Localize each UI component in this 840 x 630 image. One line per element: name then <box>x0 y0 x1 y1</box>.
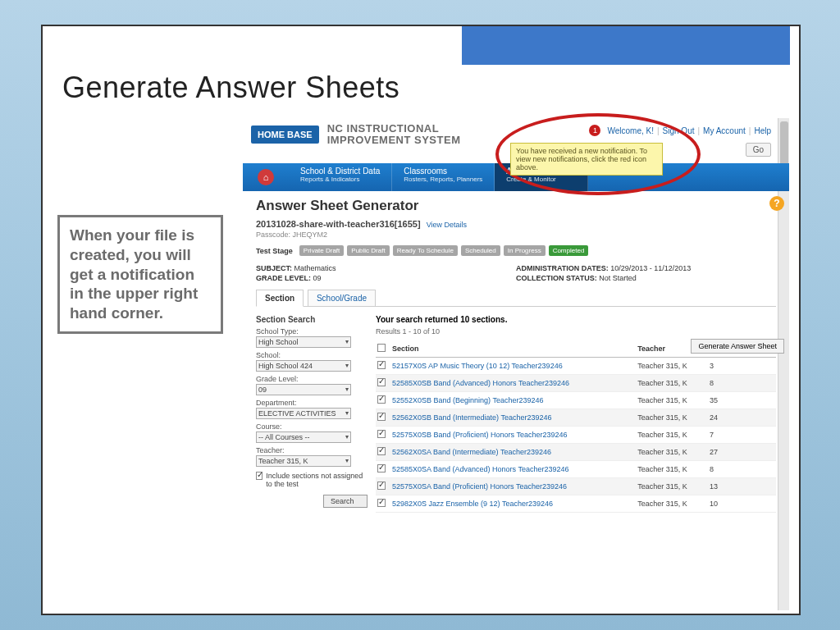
nav-school-district[interactable]: School & District Data Reports & Indicat… <box>289 163 392 191</box>
page-title: Answer Sheet Generator <box>256 198 776 214</box>
section-link[interactable]: 52585X0SA Band (Advanced) Honors Teacher… <box>390 461 636 478</box>
grade-select[interactable]: 09▾ <box>256 384 351 395</box>
include-sections-checkbox[interactable]: Include sections not assigned to the tes… <box>256 472 368 488</box>
help-icon[interactable]: ? <box>769 196 784 211</box>
section-link[interactable]: 52585X0SB Band (Advanced) Honors Teacher… <box>390 375 636 392</box>
notification-tooltip: You have received a new notification. To… <box>510 143 663 176</box>
stage-scheduled: Scheduled <box>461 245 500 256</box>
slide-frame: Generate Answer Sheets When your file is… <box>41 25 801 615</box>
system-name: NC INSTRUCTIONAL IMPROVEMENT SYSTEM <box>327 123 461 145</box>
row-students: 3 <box>708 358 776 375</box>
sections-table: Section Teacher # of Students 52157X0S A… <box>376 340 776 513</box>
table-row: 52575X0SA Band (Proficient) Honors Teach… <box>376 478 776 495</box>
row-students: 8 <box>708 375 776 392</box>
row-teacher: Teacher 315, K <box>636 461 708 478</box>
row-teacher: Teacher 315, K <box>636 409 708 427</box>
stage-public-draft: Public Draft <box>347 245 389 256</box>
stage-ready: Ready To Schedule <box>393 245 458 256</box>
row-teacher: Teacher 315, K <box>636 392 708 409</box>
row-teacher: Teacher 315, K <box>636 444 708 461</box>
row-teacher: Teacher 315, K <box>636 495 708 513</box>
row-students: 13 <box>708 478 776 495</box>
row-students: 27 <box>708 444 776 461</box>
home-icon[interactable]: ⌂ <box>258 169 274 185</box>
table-row: 52157X0S AP Music Theory (10 12) Teacher… <box>376 358 776 375</box>
row-checkbox[interactable] <box>377 361 386 369</box>
section-link[interactable]: 52575X0SB Band (Proficient) Honors Teach… <box>390 427 636 444</box>
nav-classrooms[interactable]: Classrooms Rosters, Reports, Planners <box>392 163 495 191</box>
app-screenshot: HOME BASE NC INSTRUCTIONAL IMPROVEMENT S… <box>243 118 789 610</box>
stage-completed: Completed <box>549 245 589 256</box>
section-link[interactable]: 52562X0SA Band (Intermediate) Teacher239… <box>390 444 636 461</box>
results-range: Results 1 - 10 of 10 <box>376 327 776 336</box>
help-link[interactable]: Help <box>754 126 771 135</box>
slide-title: Generate Answer Sheets <box>62 71 399 105</box>
tab-section[interactable]: Section <box>256 290 304 307</box>
row-students: 8 <box>708 461 776 478</box>
table-row: 52585X0SA Band (Advanced) Honors Teacher… <box>376 461 776 478</box>
logo-home-base[interactable]: HOME BASE <box>251 126 319 144</box>
school-type-select[interactable]: High School▾ <box>256 336 351 348</box>
generate-answer-sheet-button[interactable]: Generate Answer Sheet <box>691 339 784 354</box>
col-section[interactable]: Section <box>390 340 636 358</box>
school-select[interactable]: High School 424▾ <box>256 360 351 372</box>
row-students: 24 <box>708 409 776 427</box>
row-students: 35 <box>708 392 776 409</box>
row-teacher: Teacher 315, K <box>636 478 708 495</box>
table-row: 52562X0SB Band (Intermediate) Teacher239… <box>376 409 776 427</box>
test-stage-row: Test Stage Private Draft Public Draft Re… <box>256 245 776 256</box>
stage-private-draft: Private Draft <box>299 245 344 256</box>
table-row: 52562X0SA Band (Intermediate) Teacher239… <box>376 444 776 461</box>
test-meta: SUBJECT: Mathematics ADMINISTRATION DATE… <box>256 264 776 282</box>
teacher-select[interactable]: Teacher 315, K▾ <box>256 455 351 467</box>
course-select[interactable]: -- All Courses --▾ <box>256 431 351 443</box>
decorative-header-tab <box>459 25 792 67</box>
row-checkbox[interactable] <box>377 482 386 490</box>
table-row: 52585X0SB Band (Advanced) Honors Teacher… <box>376 375 776 392</box>
row-students: 7 <box>708 427 776 444</box>
test-name: 20131028-share-with-teacher316[1655] Vie… <box>256 219 776 229</box>
row-checkbox[interactable] <box>377 430 386 438</box>
row-checkbox[interactable] <box>377 413 386 421</box>
page-body: ? Answer Sheet Generator 20131028-share-… <box>243 191 789 513</box>
view-details-link[interactable]: View Details <box>427 221 467 229</box>
section-link[interactable]: 52157X0S AP Music Theory (10 12) Teacher… <box>390 358 636 375</box>
stage-in-progress: In Progress <box>504 245 546 256</box>
section-link[interactable]: 52982X0S Jazz Ensemble (9 12) Teacher239… <box>390 495 636 513</box>
select-all-checkbox[interactable] <box>377 344 386 352</box>
section-link[interactable]: 52552X0SB Band (Beginning) Teacher239246 <box>390 392 636 409</box>
search-button[interactable]: Search <box>323 495 368 508</box>
row-students: 10 <box>708 495 776 513</box>
table-row: 52982X0S Jazz Ensemble (9 12) Teacher239… <box>376 495 776 513</box>
row-checkbox[interactable] <box>377 447 386 455</box>
section-link[interactable]: 52575X0SA Band (Proficient) Honors Teach… <box>390 478 636 495</box>
department-select[interactable]: ELECTIVE ACTIVITIES▾ <box>256 408 351 419</box>
results-summary: Your search returned 10 sections. <box>376 315 776 324</box>
my-account-link[interactable]: My Account <box>703 126 746 135</box>
row-teacher: Teacher 315, K <box>636 358 708 375</box>
table-row: 52552X0SB Band (Beginning) Teacher239246… <box>376 392 776 409</box>
tab-school-grade[interactable]: School/Grade <box>308 290 376 306</box>
section-link[interactable]: 52562X0SB Band (Intermediate) Teacher239… <box>390 409 636 427</box>
tabs: Section School/Grade <box>256 289 776 307</box>
row-checkbox[interactable] <box>377 464 386 472</box>
row-teacher: Teacher 315, K <box>636 375 708 392</box>
row-teacher: Teacher 315, K <box>636 427 708 444</box>
passcode: Passcode: JHEQYM2 <box>256 231 776 239</box>
section-search-filters: Section Search School Type: High School▾… <box>256 315 368 513</box>
go-button[interactable]: Go <box>746 143 771 157</box>
section-search-heading: Section Search <box>256 315 368 324</box>
row-checkbox[interactable] <box>377 499 386 507</box>
table-row: 52575X0SB Band (Proficient) Honors Teach… <box>376 427 776 444</box>
row-checkbox[interactable] <box>377 378 386 386</box>
instruction-callout: When your file is created, you will get … <box>57 215 223 334</box>
checkbox-icon[interactable] <box>256 472 262 480</box>
row-checkbox[interactable] <box>377 395 386 404</box>
